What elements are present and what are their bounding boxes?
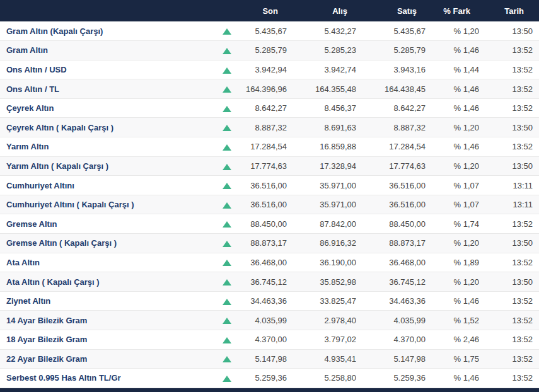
up-triangle-icon (214, 291, 240, 311)
fark-value: % 1,46 (432, 369, 485, 388)
alis-value: 5.285,23 (293, 41, 362, 61)
up-triangle-icon (214, 137, 240, 157)
table-row: Gram Altın (Kapalı Çarşı)5.435,675.432,2… (0, 21, 539, 41)
up-triangle-icon (214, 118, 240, 137)
alis-value: 35.971,00 (293, 176, 362, 195)
instrument-name-link[interactable]: Ata Altın ( Kapalı Çarşı ) (0, 272, 214, 292)
alis-value: 86.916,32 (293, 234, 362, 253)
son-value: 5.259,36 (240, 369, 293, 388)
table-row: Ata Altın36.468,0036.190,0036.468,00% 1,… (0, 253, 539, 272)
son-value: 3.942,94 (240, 60, 293, 79)
table-row: Ziynet Altın34.463,3633.825,4734.463,36%… (0, 291, 539, 311)
instrument-name-link[interactable]: Cumhuriyet Altını (0, 176, 214, 195)
fark-value: % 1,07 (432, 195, 485, 214)
satis-value: 88.450,00 (362, 214, 432, 234)
up-triangle-icon (214, 195, 240, 214)
table-row: Serbest 0.995 Has Altın TL/Gr5.259,365.2… (0, 369, 539, 388)
alis-value: 8.691,63 (293, 118, 362, 137)
table-row: Çeyrek Altın8.642,278.456,378.642,27% 1,… (0, 98, 539, 118)
tarih-value: 13:52 (485, 330, 539, 350)
fark-value: % 1,46 (432, 98, 485, 118)
alis-value: 33.825,47 (293, 291, 362, 311)
tarih-value: 13:11 (485, 176, 539, 195)
up-triangle-icon (214, 41, 240, 61)
fark-value: % 1,46 (432, 291, 485, 311)
tarih-value: 13:11 (485, 195, 539, 214)
up-triangle-icon (214, 176, 240, 195)
table-row: Cumhuriyet Altını ( Kapalı Çarşı )36.516… (0, 195, 539, 214)
alis-value: 3.797,02 (293, 330, 362, 350)
instrument-name-link[interactable]: Gram Altın (Kapalı Çarşı) (0, 21, 214, 41)
header-alis: Alış (293, 0, 362, 21)
son-value: 5.435,67 (240, 21, 293, 41)
alis-value: 16.859,88 (293, 137, 362, 157)
tarih-value: 13:52 (485, 214, 539, 234)
instrument-name-link[interactable]: Yarım Altın ( Kapalı Çarşı ) (0, 156, 214, 176)
instrument-name-link[interactable]: Çeyrek Altın ( Kapalı Çarşı ) (0, 118, 214, 137)
up-triangle-icon (214, 272, 240, 292)
instrument-name-link[interactable]: Çeyrek Altın (0, 98, 214, 118)
alis-value: 5.432,27 (293, 21, 362, 41)
satis-value: 36.745,12 (362, 272, 432, 292)
satis-value: 5.147,98 (362, 349, 432, 369)
instrument-name-link[interactable]: 22 Ayar Bilezik Gram (0, 349, 214, 369)
son-value: 36.516,00 (240, 195, 293, 214)
up-triangle-icon (214, 349, 240, 369)
fark-value: % 1,46 (432, 137, 485, 157)
up-triangle-icon (214, 311, 240, 330)
tarih-value: 13:52 (485, 291, 539, 311)
alis-value: 4.935,41 (293, 349, 362, 369)
satis-value: 17.284,54 (362, 137, 432, 157)
table-body: Gram Altın (Kapalı Çarşı)5.435,675.432,2… (0, 21, 539, 388)
tarih-value: 13:52 (485, 98, 539, 118)
up-triangle-icon (214, 79, 240, 99)
instrument-name-link[interactable]: Cumhuriyet Altını ( Kapalı Çarşı ) (0, 195, 214, 214)
satis-value: 8.642,27 (362, 98, 432, 118)
table-row: Ons Altın / TL164.396,96164.355,48164.43… (0, 79, 539, 99)
fark-value: % 1,07 (432, 176, 485, 195)
table-row: Gremse Altın ( Kapalı Çarşı )88.873,1786… (0, 234, 539, 253)
table-row: Cumhuriyet Altını36.516,0035.971,0036.51… (0, 176, 539, 195)
instrument-name-link[interactable]: Gremse Altın ( Kapalı Çarşı ) (0, 234, 214, 253)
instrument-name-link[interactable]: Ata Altın (0, 253, 214, 272)
instrument-name-link[interactable]: 14 Ayar Bilezik Gram (0, 311, 214, 330)
tarih-value: 13:52 (485, 137, 539, 157)
fark-value: % 1,20 (432, 156, 485, 176)
satis-value: 164.438,45 (362, 79, 432, 99)
up-triangle-icon (214, 98, 240, 118)
satis-value: 5.435,67 (362, 21, 432, 41)
instrument-name-link[interactable]: Gram Altın (0, 41, 214, 61)
satis-value: 8.887,32 (362, 118, 432, 137)
instrument-name-link[interactable]: 18 Ayar Bilezik Gram (0, 330, 214, 350)
tarih-value: 13:52 (485, 349, 539, 369)
instrument-name-link[interactable]: Gremse Altın (0, 214, 214, 234)
instrument-name-link[interactable]: Yarım Altın (0, 137, 214, 157)
son-value: 8.642,27 (240, 98, 293, 118)
alis-value: 36.190,00 (293, 253, 362, 272)
instrument-name-link[interactable]: Ons Altın / USD (0, 60, 214, 79)
son-value: 5.285,79 (240, 41, 293, 61)
fark-value: % 1,20 (432, 21, 485, 41)
instrument-name-link[interactable]: Ziynet Altın (0, 291, 214, 311)
alis-value: 17.328,94 (293, 156, 362, 176)
header-row: Son Alış Satış % Fark Tarih (0, 0, 539, 21)
table-row: Gram Altın5.285,795.285,235.285,79% 1,46… (0, 41, 539, 61)
satis-value: 36.516,00 (362, 195, 432, 214)
instrument-name-link[interactable]: Serbest 0.995 Has Altın TL/Gr (0, 369, 214, 388)
alis-value: 87.842,00 (293, 214, 362, 234)
table-row: Ata Altın ( Kapalı Çarşı )36.745,1235.85… (0, 272, 539, 292)
alis-value: 3.942,74 (293, 60, 362, 79)
instrument-name-link[interactable]: Ons Altın / TL (0, 79, 214, 99)
son-value: 4.370,00 (240, 330, 293, 350)
satis-value: 17.774,63 (362, 156, 432, 176)
satis-value: 5.285,79 (362, 41, 432, 61)
tarih-value: 13:50 (485, 156, 539, 176)
son-value: 4.035,99 (240, 311, 293, 330)
satis-value: 36.516,00 (362, 176, 432, 195)
up-triangle-icon (214, 369, 240, 388)
tarih-value: 13:52 (485, 311, 539, 330)
header-satis: Satış (362, 0, 432, 21)
fark-value: % 1,44 (432, 60, 485, 79)
son-value: 17.774,63 (240, 156, 293, 176)
son-value: 8.887,32 (240, 118, 293, 137)
